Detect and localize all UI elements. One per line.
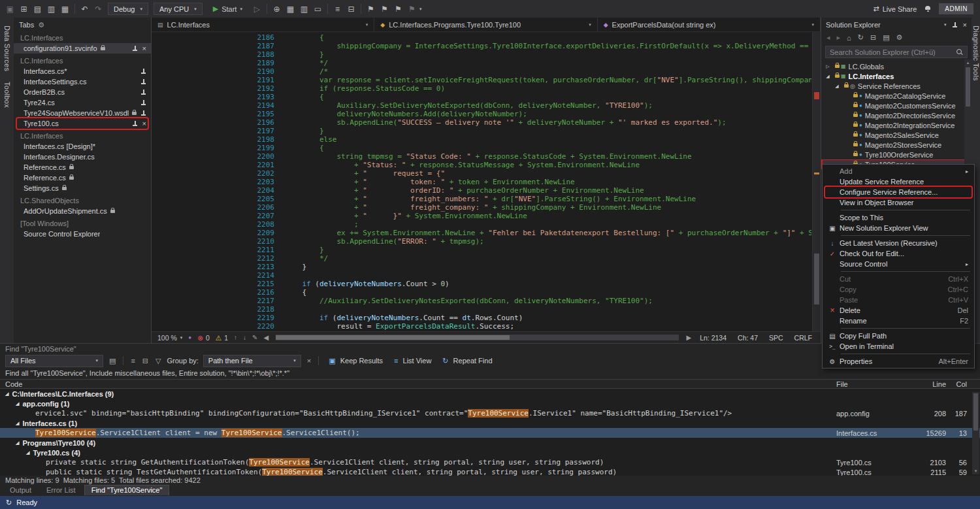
repeat-find-button[interactable]: ↻ Repeat Find [438,357,495,365]
collapse-all-icon[interactable]: ⊟ [870,33,876,42]
code-text[interactable]: var response = client.setInvoiceFreightR… [285,76,811,84]
code-text[interactable]: ex += System.Environment.NewLine + "Fehl… [285,229,811,237]
document-tab-reference-cs[interactable]: Reference.cs [14,162,151,172]
expand-all-icon[interactable]: ≡ [129,357,136,365]
code-text[interactable]: { [285,93,811,101]
column-header-col[interactable]: Col [946,380,980,388]
group-expanded-arrow[interactable]: ◢ [5,391,8,397]
solution-configurations-dropdown[interactable]: Debug ▾ [108,3,148,15]
undo-icon[interactable]: ↶ [78,5,91,14]
previous-issue-icon[interactable]: ↑ [234,334,237,341]
code-text[interactable]: } [285,246,811,254]
sql-explorer-icon[interactable]: ▥ [298,5,310,14]
group-by-dropdown[interactable]: Path then File ▾ [203,355,301,367]
close-icon[interactable]: × [963,22,967,29]
start-without-debugging-icon[interactable]: ▷ [251,5,263,14]
document-tab-reference-cs[interactable]: Reference.cs [14,172,151,183]
tree-item-magento2catalogservice[interactable]: ●Magento2CatalogService [821,91,972,101]
code-text[interactable]: + " orderID: " + purchaseOrderNumber + E… [285,186,811,195]
code-text[interactable]: + " freight_company: " + shippingCompany… [285,203,811,212]
line-operations-icon[interactable]: ≡ [331,5,344,14]
menu-item-add[interactable]: Add▸ [823,166,974,176]
filter-icon[interactable]: ▽ [154,357,162,365]
start-debugging-button[interactable]: ▶ Start ▾ [208,3,248,16]
scrollbar-thumb[interactable] [966,67,970,107]
menu-item-copy-full-path[interactable]: ▤Copy Full Path [823,331,974,341]
background-tasks-icon[interactable]: ↻ [6,499,12,507]
scrollbar-thumb[interactable] [973,393,978,431]
document-tab-orderb2b-cs[interactable]: OrderB2B.cs [14,87,151,97]
code-text[interactable]: ; [285,220,811,229]
code-text[interactable]: shippingCompany = InterfaceSettings.Tyre… [285,42,811,50]
code-text[interactable]: } [285,50,811,59]
menu-item-view-in-object-browser[interactable]: View in Object Browser [823,197,974,208]
tree-item-magento2customersservice[interactable]: ●Magento2CustomersService [821,101,972,110]
group-expanded-arrow[interactable]: ◢ [16,421,19,426]
vs-logo-icon[interactable]: ▣ [4,5,16,14]
tree-item-magento2salesservice[interactable]: ●Magento2SalesService [821,130,972,140]
copy-results-icon[interactable]: ▤ [108,357,117,365]
pin-icon[interactable] [952,22,958,28]
user-account-button[interactable]: ADMIN [939,3,973,14]
code-text[interactable] [285,305,811,314]
column-header-code[interactable]: Code [0,380,836,388]
code-text[interactable]: { [285,33,811,42]
editor-vertical-scrollbar[interactable] [812,32,821,331]
menu-item-rename[interactable]: RenameF2 [823,316,974,326]
code-text[interactable]: else [285,135,811,144]
document-tab-interfaces-designer-cs[interactable]: Interfaces.Designer.cs [14,152,151,162]
horizontal-scrollbar[interactable] [276,335,679,340]
find-group-row[interactable]: ◢Interfaces.cs (1) [0,418,980,428]
code-text[interactable]: + " token: " + token + Environment.NewLi… [285,178,811,186]
code-text[interactable]: deliveryNoteNumbers.Add(deliveryNoteNumb… [285,110,811,118]
document-tab-configuration91-svcinfo[interactable]: configuration91.svcinfo× [14,43,151,54]
document-tab-interfaces-cs[interactable]: Interfaces.cs* [14,66,151,76]
tree-item-magento2integrationservice[interactable]: ●Magento2IntegrationService [821,120,972,130]
home-icon[interactable]: ⌂ [847,34,851,42]
scrollbar-thumb[interactable] [276,335,510,340]
code-text[interactable] [285,271,811,280]
scroll-up-icon[interactable]: ▴ [964,59,972,65]
group-expanded-arrow[interactable]: ◢ [16,401,19,406]
attach-process-icon[interactable]: ⊕ [270,5,283,14]
panel-tab-find-tyre100service[interactable]: Find "Tyre100Service" [84,485,170,495]
code-text[interactable]: } [285,127,811,135]
code-text[interactable]: + " }" + System.Environment.NewLine [285,212,811,220]
code-text[interactable]: result = ExportParcelsDataResult.Success… [285,322,811,331]
warning-count-badge[interactable]: ⚠ 1 [216,334,228,342]
data-sources-tab[interactable]: Data Sources [3,25,11,71]
panel-tab-output[interactable]: Output [3,485,38,495]
document-tab-addorupdateshipment-cs[interactable]: AddOrUpdateShipment.cs [14,206,151,216]
pin-icon[interactable] [140,79,146,85]
scrollbar-thumb[interactable] [814,254,819,304]
code-text[interactable]: + "Status: " + response.StatusMessage + … [285,161,811,169]
document-tab-tyre100-cs[interactable]: Tyre100.cs× [14,118,151,129]
clear-filter-icon[interactable]: × [306,357,312,365]
document-tab-tyre24soapwebservicev10-wsdl[interactable]: Tyre24SoapWebserviceV10.wsdl [14,108,151,118]
tree-item-magento2directoriesservice[interactable]: ●Magento2DirectoriesService [821,110,972,120]
group-expanded-arrow[interactable]: ◢ [16,440,19,446]
scroll-down-icon[interactable]: ▾ [972,468,979,474]
collapse-regions-icon[interactable]: ⊟ [345,5,357,14]
environment-icon[interactable]: ▦ [284,5,297,14]
command-window-icon[interactable]: ▭ [312,5,324,14]
code-text[interactable]: Auxiliary.SetDeliveryNoteExported(dbConn… [285,101,811,110]
code-text[interactable]: + " freight_numbers: " + dr["NVE"].Parse… [285,195,811,203]
redo-icon[interactable]: ↷ [92,5,105,14]
back-icon[interactable]: ◂ [826,33,830,42]
sync-with-active-document-icon[interactable]: ↻ [858,33,864,42]
keep-results-toggle[interactable]: ▣ Keep Results [325,357,385,365]
menu-item-properties[interactable]: ⚙PropertiesAlt+Enter [823,356,974,367]
menu-item-get-latest-version-recursive[interactable]: ↓Get Latest Version (Recursive) [823,238,974,248]
find-result-row[interactable]: Tyre100Service.Service1Client client = n… [0,428,980,438]
find-result-row[interactable]: public static string TestGetAuthentifica… [0,467,980,476]
breadcrumb-member-dropdown[interactable]: ◆ ExportParcelsData(out string ex) ▾ [598,18,821,31]
tree-item-magento2storesservice[interactable]: ●Magento2StoresService [821,140,972,150]
find-group-row[interactable]: ◢C:\Interfaces\LC.Interfaces (9) [0,389,980,399]
bookmark-clear-icon[interactable]: ⚑ [406,5,418,14]
pin-icon[interactable] [132,46,138,52]
menu-item-source-control[interactable]: Source Control▸ [823,259,974,269]
space-indicator[interactable]: SPC [766,334,786,342]
find-results-scrollbar[interactable]: ▾ [972,392,979,474]
new-project-icon[interactable]: ⊞ [18,5,30,14]
